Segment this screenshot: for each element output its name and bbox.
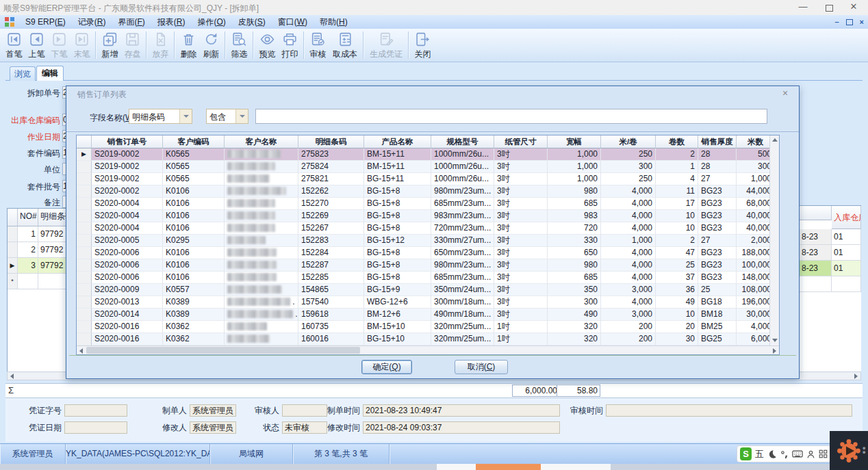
taskbar-active-item[interactable]: [476, 464, 541, 470]
scroll-right-icon[interactable]: [852, 372, 860, 380]
screen-recorder-overlay[interactable]: ●●: [830, 431, 868, 470]
table-row[interactable]: *: [8, 274, 66, 289]
table-row[interactable]: S2019-0002K0565275824BM-15+111000mm/26u.…: [77, 161, 769, 173]
table-row[interactable]: 297792: [8, 242, 66, 258]
bg-col-header-1[interactable]: 入库仓库: [832, 206, 861, 229]
table-row[interactable]: S2020-0013K0389 .157540WBG-12+6300mm/18u…: [77, 296, 769, 309]
table-row[interactable]: S2020-0016K0362160016BG-15+10320mm/25um.…: [77, 333, 769, 345]
voucher-no-field[interactable]: [64, 404, 127, 417]
menu-item-6[interactable]: 窗口(W): [272, 15, 314, 29]
toolbar-button-save-disk[interactable]: 存盘: [121, 29, 144, 62]
table-row[interactable]: S2020-0006K0106152287BG-15+8980mm/23um..…: [77, 259, 769, 272]
keyboard-icon[interactable]: [792, 449, 803, 458]
cancel-button[interactable]: 取消(C): [455, 360, 508, 374]
col-header-6[interactable]: 纸管尺寸: [494, 135, 548, 148]
bg-col-header-2[interactable]: 明细条码: [38, 209, 66, 226]
bg-col-header-0[interactable]: [8, 209, 18, 226]
menu-item-0[interactable]: S9 ERP(E): [19, 15, 72, 29]
toolbar-button-discard[interactable]: 放弃: [149, 29, 172, 62]
table-row[interactable]: S2020-0004K0106152267BG-15+8720mm/23um..…: [77, 222, 769, 235]
scroll-down-icon[interactable]: [770, 336, 779, 345]
menu-item-1[interactable]: 记录(R): [72, 15, 112, 29]
toolbar-button-nav-next[interactable]: 下笔: [48, 29, 71, 62]
col-header-11[interactable]: 米数: [737, 135, 769, 148]
table-row[interactable]: 8-2301: [800, 229, 861, 245]
chevron-down-icon[interactable]: [235, 109, 248, 123]
col-header-7[interactable]: 宽幅: [548, 135, 601, 148]
dialog-close-icon[interactable]: ×: [780, 88, 791, 99]
toolbar-button-eye[interactable]: 预览: [256, 29, 279, 62]
tab-browse[interactable]: 浏览: [10, 66, 36, 81]
toolbar-button-refresh[interactable]: 刷新: [200, 29, 222, 62]
toolbar-button-nav-prev[interactable]: 上笔: [25, 29, 48, 62]
ok-button[interactable]: 确定(Q): [361, 360, 412, 374]
col-header-1[interactable]: 客户编码: [163, 135, 225, 148]
table-row[interactable]: [800, 276, 861, 292]
col-header-5[interactable]: 规格型号: [431, 135, 494, 148]
punctuation-icon[interactable]: [780, 449, 789, 459]
mdi-minimize-icon[interactable]: –: [834, 16, 839, 27]
table-row[interactable]: S2020-0002K0106152262BG-15+8980mm/23um..…: [77, 185, 769, 198]
toolbar-button-nav-last[interactable]: 末笔: [71, 29, 93, 62]
table-row[interactable]: S2020-0016K0362160735BM-15+10320mm/25um.…: [77, 321, 769, 333]
menu-item-2[interactable]: 界面(F): [112, 15, 151, 29]
toolbar-button-calculator[interactable]: 取成本: [329, 29, 361, 62]
scroll-thumb[interactable]: [86, 347, 360, 354]
drag-handle-dots[interactable]: ●●: [863, 446, 866, 454]
table-row[interactable]: S2020-0004K0106152269BG-15+8983mm/23um..…: [77, 210, 769, 222]
apps-icon[interactable]: [819, 449, 828, 458]
table-row[interactable]: S2020-0014K0389 ..159618BM-12+6490mm/18u…: [77, 309, 769, 321]
toolbar-button-exit[interactable]: 关闭: [411, 29, 434, 62]
table-row[interactable]: ▶S2019-0002K0565275823BM-15+111000mm/26u…: [77, 148, 769, 161]
filter-value-input[interactable]: [255, 109, 767, 124]
toolbar-button-filter[interactable]: 筛选: [228, 29, 251, 62]
maximize-icon[interactable]: [817, 0, 841, 15]
voucher-date-field[interactable]: [64, 421, 127, 434]
table-row[interactable]: S2020-0004K0106152270BG-15+8685mm/23um..…: [77, 198, 769, 210]
grid-hscrollbar[interactable]: [77, 345, 779, 354]
col-header-8[interactable]: 米/卷: [601, 135, 656, 148]
close-icon[interactable]: ✕: [842, 0, 865, 15]
menu-item-4[interactable]: 操作(O): [191, 15, 231, 29]
table-row[interactable]: 8-2301: [800, 261, 861, 276]
wubi-mode-icon[interactable]: 五: [755, 448, 764, 460]
table-row[interactable]: S2020-0009K0557154865BG-15+9350mm/24um..…: [77, 284, 769, 296]
table-row[interactable]: S2020-0006K0106152284BG-15+8650mm/23um..…: [77, 247, 769, 259]
menu-item-3[interactable]: 报表(R): [151, 15, 192, 29]
filter-field-select[interactable]: 明细条码: [129, 109, 192, 124]
person-icon[interactable]: [806, 449, 815, 459]
scroll-left-icon[interactable]: [8, 372, 16, 380]
toolbar-button-printer[interactable]: 打印: [279, 29, 301, 62]
mdi-restore-icon[interactable]: [846, 16, 853, 27]
col-header-9[interactable]: 卷数: [656, 135, 698, 148]
filter-operator-select[interactable]: 包含: [206, 109, 248, 124]
tab-edit[interactable]: 编辑: [36, 66, 64, 81]
table-row[interactable]: ▶397792: [8, 258, 66, 274]
sogou-logo-icon[interactable]: S: [740, 447, 752, 460]
table-row[interactable]: 197792: [8, 226, 66, 242]
table-row[interactable]: S2020-0006K0106152285BG-15+8685mm/23um..…: [77, 272, 769, 284]
minimize-icon[interactable]: —: [791, 0, 815, 15]
col-header-3[interactable]: 明细条码: [298, 135, 364, 148]
chevron-down-icon[interactable]: [179, 109, 192, 123]
scroll-right-icon[interactable]: [770, 347, 779, 354]
col-header-2[interactable]: 客户名称: [225, 135, 298, 148]
menu-item-5[interactable]: 皮肤(S): [232, 15, 272, 29]
col-header-10[interactable]: 销售厚度: [698, 135, 737, 148]
table-row[interactable]: 8-2301: [800, 245, 861, 261]
scroll-up-icon[interactable]: [770, 135, 779, 144]
bg-col-header-0[interactable]: 日期: [800, 206, 832, 220]
table-row[interactable]: S2019-0002K0565275821BG-15+111000mm/26u.…: [77, 173, 769, 185]
mdi-close-icon[interactable]: ×: [860, 16, 864, 27]
toolbar-button-trash[interactable]: 删除: [177, 29, 200, 62]
table-row[interactable]: S2020-0005K0295152283BG-15+12330mm/27um.…: [77, 235, 769, 247]
moon-icon[interactable]: [767, 449, 777, 459]
grid-vscrollbar[interactable]: [769, 135, 779, 345]
toolbar-button-add-doc[interactable]: 新增: [99, 29, 121, 62]
bg-col-header-1[interactable]: NO#: [18, 209, 38, 226]
col-header-0[interactable]: 销售订单号: [92, 135, 163, 148]
toolbar-button-nav-first[interactable]: 首笔: [3, 29, 25, 62]
col-header-4[interactable]: 产品名称: [364, 135, 431, 148]
menu-item-7[interactable]: 帮助(H): [314, 15, 354, 29]
toolbar-button-audit[interactable]: 审核: [307, 29, 329, 62]
